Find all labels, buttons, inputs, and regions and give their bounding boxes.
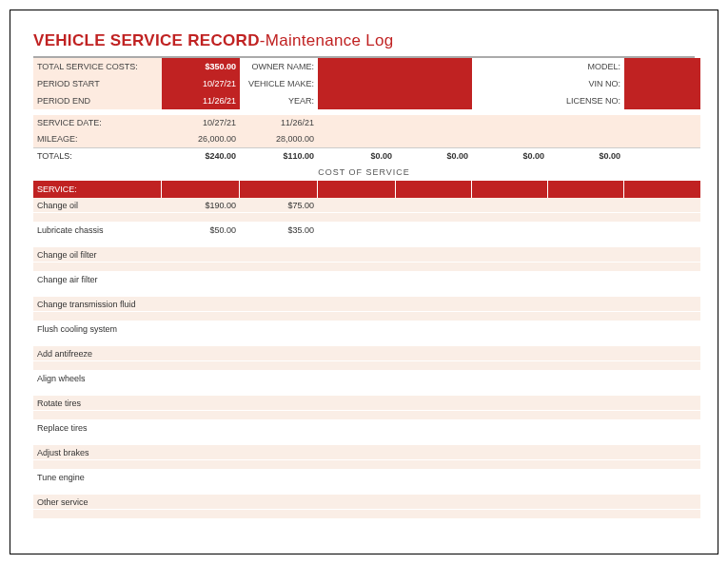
service-cell[interactable] — [396, 346, 472, 361]
service-cell[interactable] — [162, 470, 240, 485]
service-cell[interactable] — [396, 371, 472, 386]
service-cell[interactable] — [318, 297, 396, 312]
service-cell[interactable] — [472, 470, 548, 485]
service-cell[interactable] — [396, 297, 472, 312]
service-cell[interactable] — [318, 495, 396, 510]
service-cell[interactable] — [318, 445, 396, 460]
vehicle-make-value-2[interactable] — [396, 75, 472, 92]
service-cell[interactable] — [318, 396, 396, 411]
service-cell[interactable] — [396, 198, 472, 213]
service-cell[interactable] — [396, 272, 472, 287]
license-value[interactable] — [624, 92, 700, 109]
service-cell[interactable] — [624, 223, 700, 238]
service-cell[interactable] — [396, 495, 472, 510]
service-cell[interactable] — [240, 470, 318, 485]
service-cell[interactable] — [548, 247, 624, 263]
service-cell[interactable] — [624, 420, 700, 436]
service-cell[interactable] — [162, 272, 240, 287]
service-cell[interactable] — [396, 321, 472, 337]
service-cell[interactable] — [318, 198, 396, 213]
service-cell[interactable] — [548, 470, 624, 485]
service-cell[interactable] — [162, 420, 240, 436]
service-cell[interactable] — [548, 371, 624, 386]
service-cell[interactable] — [472, 445, 548, 460]
owner-name-value-2[interactable] — [396, 58, 472, 75]
service-cell[interactable] — [472, 247, 548, 263]
service-cell[interactable] — [240, 495, 318, 510]
year-value[interactable] — [318, 92, 396, 109]
service-cell[interactable] — [472, 198, 548, 213]
service-cell[interactable] — [240, 445, 318, 460]
service-cell[interactable] — [162, 371, 240, 386]
service-cell[interactable]: $190.00 — [162, 198, 240, 213]
service-cell[interactable] — [318, 346, 396, 361]
service-cell[interactable]: $35.00 — [240, 223, 318, 238]
service-cell[interactable]: $50.00 — [162, 223, 240, 238]
service-cell[interactable] — [162, 297, 240, 312]
service-cell[interactable]: $75.00 — [240, 198, 318, 213]
year-value-2[interactable] — [396, 92, 472, 109]
service-cell[interactable] — [472, 321, 548, 337]
service-cell[interactable] — [548, 198, 624, 213]
service-cell[interactable] — [162, 346, 240, 361]
service-cell[interactable] — [396, 470, 472, 485]
service-cell[interactable] — [472, 420, 548, 436]
service-cell[interactable] — [240, 247, 318, 263]
service-cell[interactable] — [240, 346, 318, 361]
service-cell[interactable] — [240, 371, 318, 386]
service-cell[interactable] — [624, 445, 700, 460]
vin-value[interactable] — [624, 75, 700, 92]
service-cell[interactable] — [396, 223, 472, 238]
service-cell[interactable] — [624, 272, 700, 287]
service-cell[interactable] — [472, 371, 548, 386]
service-cell[interactable] — [396, 420, 472, 436]
service-cell[interactable] — [548, 420, 624, 436]
service-cell[interactable] — [240, 272, 318, 287]
service-cell[interactable] — [162, 321, 240, 337]
service-cell[interactable] — [548, 223, 624, 238]
service-cell[interactable] — [624, 346, 700, 361]
service-cell[interactable] — [396, 396, 472, 411]
service-cell[interactable] — [318, 272, 396, 287]
service-cell[interactable] — [472, 272, 548, 287]
service-cell[interactable] — [548, 445, 624, 460]
service-cell[interactable] — [472, 346, 548, 361]
owner-name-value[interactable] — [318, 58, 396, 75]
service-cell[interactable] — [162, 247, 240, 263]
service-cell[interactable] — [162, 495, 240, 510]
service-cell[interactable] — [624, 198, 700, 213]
service-cell[interactable] — [240, 297, 318, 312]
service-cell[interactable] — [624, 396, 700, 411]
service-cell[interactable] — [240, 321, 318, 337]
service-cell[interactable] — [162, 445, 240, 460]
service-cell[interactable] — [162, 396, 240, 411]
service-cell[interactable] — [318, 371, 396, 386]
service-cell[interactable] — [240, 396, 318, 411]
vehicle-make-value[interactable] — [318, 75, 396, 92]
service-cell[interactable] — [396, 247, 472, 263]
service-cell[interactable] — [624, 495, 700, 510]
service-cell[interactable] — [318, 321, 396, 337]
service-cell[interactable] — [318, 420, 396, 436]
service-cell[interactable] — [318, 247, 396, 263]
service-cell[interactable] — [396, 445, 472, 460]
model-value[interactable] — [624, 58, 700, 75]
service-cell[interactable] — [318, 470, 396, 485]
service-cell[interactable] — [548, 396, 624, 411]
service-cell[interactable] — [624, 371, 700, 386]
service-cell[interactable] — [624, 470, 700, 485]
service-cell[interactable] — [548, 346, 624, 361]
service-cell[interactable] — [548, 272, 624, 287]
service-cell[interactable] — [472, 495, 548, 510]
service-cell[interactable] — [240, 420, 318, 436]
service-cell[interactable] — [624, 297, 700, 312]
service-cell[interactable] — [472, 223, 548, 238]
service-cell[interactable] — [624, 247, 700, 263]
service-cell[interactable] — [548, 321, 624, 337]
service-cell[interactable] — [472, 396, 548, 411]
service-cell[interactable] — [318, 223, 396, 238]
service-cell[interactable] — [472, 297, 548, 312]
service-cell[interactable] — [548, 495, 624, 510]
service-cell[interactable] — [548, 297, 624, 312]
service-cell[interactable] — [624, 321, 700, 337]
